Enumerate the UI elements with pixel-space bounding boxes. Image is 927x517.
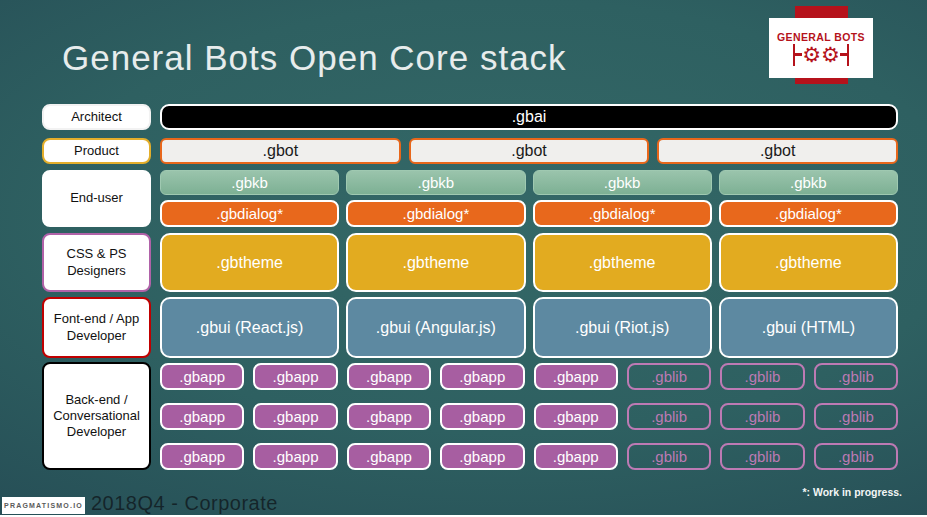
gbtheme-box: .gbtheme [346,233,525,292]
layer-label-backend-developer: Back-end / Conversational Developer [42,362,151,470]
gbapp-box: .gbapp [440,443,524,470]
row-gbdialog: .gbdialog* .gbdialog* .gbdialog* .gbdial… [160,200,898,227]
gear-icon: ⚙ [802,44,821,66]
gbui-riot-box: .gbui (Riot.js) [533,297,712,358]
pragmatismo-watermark: PRAGMATISMO.IO [2,497,85,514]
gbot-box: .gbot [160,138,401,164]
layer-label-end-user: End-user [42,170,151,227]
gblib-box: .gblib [814,403,898,430]
gbdialog-box: .gbdialog* [160,200,339,227]
row-gbui: .gbui (React.js) .gbui (Angular.js) .gbu… [160,297,898,358]
gear-icon: ⚙ [821,44,840,66]
layer-label-designers: CSS & PS Designers [42,233,151,292]
gbapp-box: .gbapp [534,403,618,430]
gbapp-box: .gbapp [440,363,524,390]
work-in-progress-note: *: Work in progress. [802,486,902,498]
row-gbkb: .gbkb .gbkb .gbkb .gbkb [160,170,898,195]
gear-bar-right [847,44,850,66]
gbui-react-box: .gbui (React.js) [160,297,339,358]
gbapp-box: .gbapp [160,443,244,470]
gbdialog-box: .gbdialog* [719,200,898,227]
general-bots-logo: GENERAL BOTS ⚙ ⚙ [769,18,873,78]
gblib-box: .gblib [627,403,711,430]
gbapp-box: .gbapp [440,403,524,430]
gbtheme-box: .gbtheme [160,233,339,292]
row-gbapp-3: .gbapp .gbapp .gbapp .gbapp .gbapp .gbli… [160,443,898,470]
gblib-box: .gblib [720,363,804,390]
gblib-box: .gblib [627,443,711,470]
gbkb-box: .gbkb [533,170,712,195]
layer-label-architect: Architect [42,104,151,130]
gbapp-box: .gbapp [534,443,618,470]
gbapp-box: .gbapp [160,403,244,430]
gears-icon: ⚙ ⚙ [793,44,850,66]
layer-label-frontend-developer: Font-end / App Developer [42,297,151,358]
row-gbot: .gbot .gbot .gbot [160,138,898,164]
gblib-box: .gblib [627,363,711,390]
row-gbai: .gbai [160,104,898,130]
gbdialog-box: .gbdialog* [346,200,525,227]
gbapp-box: .gbapp [347,363,431,390]
row-gbtheme: .gbtheme .gbtheme .gbtheme .gbtheme [160,233,898,292]
gbapp-box: .gbapp [160,363,244,390]
page-title: General Bots Open Core stack [62,38,567,78]
gbapp-box: .gbapp [253,443,337,470]
gbkb-box: .gbkb [160,170,339,195]
edition-text: 2018Q4 - Corporate [91,492,278,515]
gbai-box: .gbai [160,104,898,130]
gblib-box: .gblib [720,443,804,470]
gbtheme-box: .gbtheme [719,233,898,292]
gbapp-box: .gbapp [347,443,431,470]
gbui-html-box: .gbui (HTML) [719,297,898,358]
gbkb-box: .gbkb [346,170,525,195]
layer-label-product: Product [42,138,151,164]
gbkb-box: .gbkb [719,170,898,195]
gbapp-box: .gbapp [253,403,337,430]
logo-brand-text: GENERAL BOTS [777,31,865,43]
gbot-box: .gbot [657,138,898,164]
gblib-box: .gblib [720,403,804,430]
gbtheme-box: .gbtheme [533,233,712,292]
gbot-box: .gbot [409,138,650,164]
gbui-angular-box: .gbui (Angular.js) [346,297,525,358]
slide-background: General Bots Open Core stack GENERAL BOT… [0,0,927,517]
gbapp-box: .gbapp [347,403,431,430]
gblib-box: .gblib [814,443,898,470]
gblib-box: .gblib [814,363,898,390]
row-gbapp-2: .gbapp .gbapp .gbapp .gbapp .gbapp .gbli… [160,403,898,430]
gear-line-right [840,53,847,56]
gbapp-box: .gbapp [253,363,337,390]
row-gbapp-1: .gbapp .gbapp .gbapp .gbapp .gbapp .gbli… [160,363,898,390]
gbdialog-box: .gbdialog* [533,200,712,227]
gbapp-box: .gbapp [534,363,618,390]
gear-line-left [795,53,802,56]
